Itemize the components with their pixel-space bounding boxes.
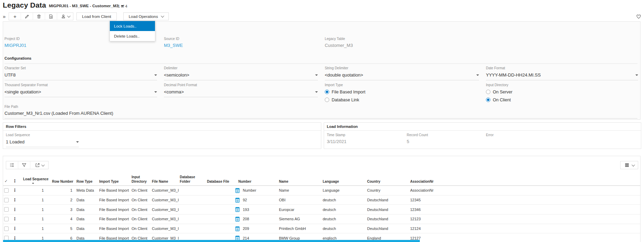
file-path-label: File Path — [4, 105, 637, 109]
string-delimiter-value: <double quotation> — [325, 72, 363, 78]
date-format-label: Date Format — [486, 66, 638, 70]
input-directory-option-on-client[interactable]: On Client — [486, 97, 512, 103]
col-header-row-type[interactable]: Row Type — [76, 180, 99, 184]
load-operations-label: Load Operations — [129, 14, 158, 19]
col-header-language[interactable]: Language — [323, 180, 367, 184]
favorite-button[interactable] — [636, 14, 641, 19]
refresh-load-icon — [49, 14, 53, 19]
project-id-link[interactable]: MIGPRJ01 — [4, 43, 27, 48]
row-menu-icon[interactable]: ⋮ — [13, 198, 20, 202]
cell-number: 208 — [235, 216, 279, 222]
row-filters-title: Row Filters — [3, 123, 321, 131]
col-header-database-file[interactable]: Database File — [207, 180, 235, 184]
cell-file-name: Customer_M3_I — [152, 226, 180, 231]
menu-item-delete-loads[interactable]: Delete Loads.. — [110, 31, 155, 41]
list-view-button[interactable] — [6, 161, 18, 169]
row-menu-icon[interactable]: ⋮ — [13, 216, 20, 221]
add-button[interactable]: + — [9, 13, 21, 20]
cell-load-sequence: 1 — [20, 217, 52, 221]
row-menu-icon[interactable]: ⋮ — [13, 226, 20, 231]
col-header-association-nr[interactable]: AssociationNr — [410, 180, 640, 184]
string-delimiter-label: String Delimiter — [325, 66, 479, 70]
row-menu-icon[interactable]: ⋮ — [13, 188, 20, 193]
delimiter-select[interactable]: <semicolon> — [164, 72, 318, 80]
col-header-number[interactable]: Number — [235, 180, 279, 184]
source-id-link[interactable]: M3_SWE — [164, 43, 183, 48]
load-from-client-button[interactable]: Load from Client — [76, 12, 116, 20]
cell-import-type: File Based Import — [99, 226, 132, 231]
col-header-load-sequence[interactable]: Load Sequence — [20, 177, 52, 184]
sort-asc-icon — [32, 182, 34, 184]
radio-label: On Server — [493, 90, 512, 94]
page-header: Legacy Data MIGPRJ01 - M3_SWE - Customer… — [3, 0, 641, 10]
header-menu-icon[interactable]: ⋮ — [13, 179, 20, 184]
dropdown-caret-icon — [635, 74, 638, 76]
filter-button[interactable] — [18, 161, 30, 169]
cell-input-directory: On Client — [132, 208, 152, 212]
cell-row-type: Data — [76, 208, 99, 212]
thousand-separator-select[interactable]: <single quotation> — [4, 89, 157, 97]
dropdown-caret-icon — [154, 91, 157, 93]
record-document-icon[interactable] — [235, 198, 240, 203]
cell-row-number: 4 — [52, 217, 76, 221]
import-type-option-database-link[interactable]: Database Link — [325, 97, 365, 103]
cell-file-name: Customer_M3_I — [152, 198, 180, 202]
table-row[interactable]: ⋮ 1 2 Data File Based Import On Client C… — [3, 195, 640, 205]
table-row[interactable]: ⋮ 1 4 Data File Based Import On Client C… — [3, 214, 640, 224]
expand-icon[interactable]: » — [3, 12, 6, 20]
row-checkbox[interactable] — [4, 226, 9, 231]
col-header-country[interactable]: Country — [367, 180, 410, 184]
col-header-database-folder[interactable]: Database Folder — [180, 175, 207, 184]
col-header-input-directory[interactable]: Input Directory — [132, 175, 152, 184]
stamp-menu-button[interactable] — [57, 13, 73, 20]
refresh-load-button[interactable] — [45, 13, 57, 20]
col-header-import-type[interactable]: Import Type — [99, 180, 132, 184]
select-all-icon[interactable]: ✓ — [3, 179, 13, 184]
load-operations-button[interactable]: Load Operations — [123, 12, 169, 20]
cell-load-sequence: 1 — [20, 198, 52, 202]
delete-button[interactable] — [33, 13, 45, 20]
record-document-icon[interactable] — [235, 216, 240, 222]
record-document-icon[interactable] — [235, 207, 240, 212]
decimal-point-select[interactable]: <comma> — [164, 89, 318, 97]
row-checkbox-cell — [3, 188, 13, 193]
table-row[interactable]: ⋮ 1 1 Meta Data File Based Import On Cli… — [3, 186, 640, 195]
row-checkbox[interactable] — [4, 217, 9, 221]
cell-import-type: File Based Import — [99, 198, 132, 202]
horizontal-scrollbar-thumb[interactable] — [3, 240, 420, 242]
date-format-select[interactable]: YYYY-MM-DD-HH24.MI.SS — [486, 72, 638, 80]
load-sequence-filter-select[interactable]: 1 Loaded — [6, 139, 79, 147]
cell-country: Deutschland — [367, 208, 410, 212]
row-checkbox[interactable] — [4, 198, 9, 202]
record-document-icon[interactable] — [235, 188, 240, 193]
record-document-icon[interactable] — [235, 226, 240, 231]
row-checkbox-cell — [3, 217, 13, 221]
cell-row-type: Data — [76, 198, 99, 202]
context-selector[interactable]: MIGPRJ01 - M3_SWE - Customer_M3 — [49, 4, 124, 8]
edit-button[interactable] — [21, 13, 33, 20]
record-count-value: 5 — [407, 139, 428, 144]
col-header-row-number[interactable]: Row Number — [52, 180, 76, 184]
cell-country: Deutschland — [367, 217, 410, 221]
table-row[interactable]: ⋮ 1 3 Data File Based Import On Client C… — [3, 205, 640, 214]
radio-label: Database Link — [332, 98, 359, 102]
table-row[interactable]: ⋮ 1 5 Data File Based Import On Client C… — [3, 224, 640, 234]
character-set-select[interactable]: UTF8 — [4, 72, 157, 80]
context-selector-label: MIGPRJ01 - M3_SWE - Customer_M3 — [49, 4, 118, 8]
load-sequence-filter-value: 1 Loaded — [6, 139, 24, 144]
string-delimiter-select[interactable]: <double quotation> — [325, 72, 479, 80]
dropdown-caret-icon — [315, 74, 318, 76]
col-header-name[interactable]: Name — [279, 180, 323, 184]
cell-number: 209 — [235, 226, 279, 231]
cell-row-type: Meta Data — [76, 188, 99, 192]
row-checkbox[interactable] — [4, 207, 9, 212]
row-checkbox[interactable] — [4, 188, 9, 193]
col-header-file-name[interactable]: File Name — [152, 180, 180, 184]
export-menu-button[interactable] — [30, 161, 48, 169]
input-directory-option-on-server[interactable]: On Server — [486, 89, 512, 95]
date-format-value: YYYY-MM-DD-HH24.MI.SS — [486, 72, 541, 78]
import-type-option-file-based[interactable]: File Based Import — [325, 89, 365, 95]
table-settings-button[interactable] — [620, 161, 638, 169]
row-menu-icon[interactable]: ⋮ — [13, 207, 20, 212]
menu-item-lock-loads[interactable]: Lock Loads.. — [110, 21, 155, 31]
